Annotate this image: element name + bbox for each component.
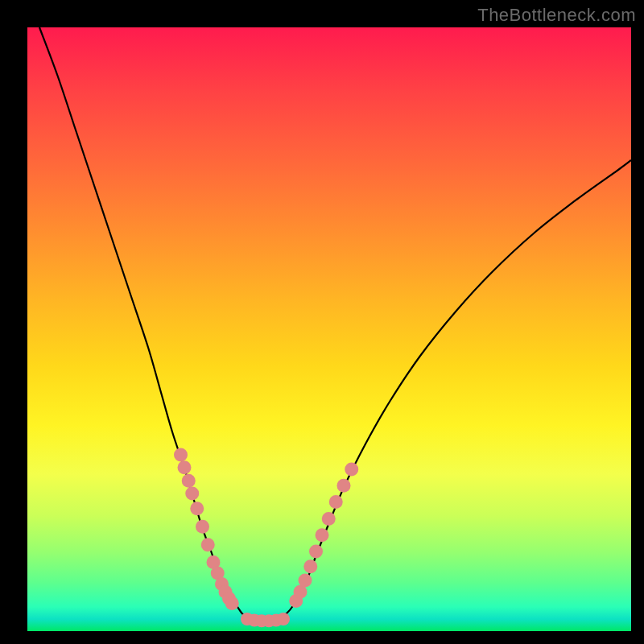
watermark-text: TheBottleneck.com <box>477 5 636 26</box>
curve-layer <box>27 27 631 631</box>
sample-dot <box>190 502 204 515</box>
sample-dot <box>316 528 329 542</box>
plot-area <box>27 27 631 631</box>
sample-dot <box>322 512 336 526</box>
sample-dot <box>178 460 192 474</box>
sample-dot <box>309 545 323 559</box>
sample-dot <box>201 538 215 551</box>
sample-dots-left <box>174 448 239 611</box>
sample-dot <box>174 448 188 462</box>
sample-dots-right <box>289 463 358 609</box>
sample-dot <box>185 487 199 501</box>
sample-dot <box>277 613 290 625</box>
sample-dot <box>337 479 351 493</box>
sample-dot <box>196 520 209 534</box>
chart-frame: TheBottleneck.com <box>0 0 644 644</box>
sample-dot <box>225 597 239 610</box>
sample-dot <box>182 474 196 488</box>
sample-dot <box>303 559 317 573</box>
sample-dot <box>345 463 358 477</box>
sample-dots-floor <box>241 613 290 627</box>
bottleneck-curve-left <box>39 27 251 619</box>
sample-dot <box>329 495 343 509</box>
sample-dot <box>299 574 312 588</box>
bottleneck-curve-right <box>275 160 632 619</box>
